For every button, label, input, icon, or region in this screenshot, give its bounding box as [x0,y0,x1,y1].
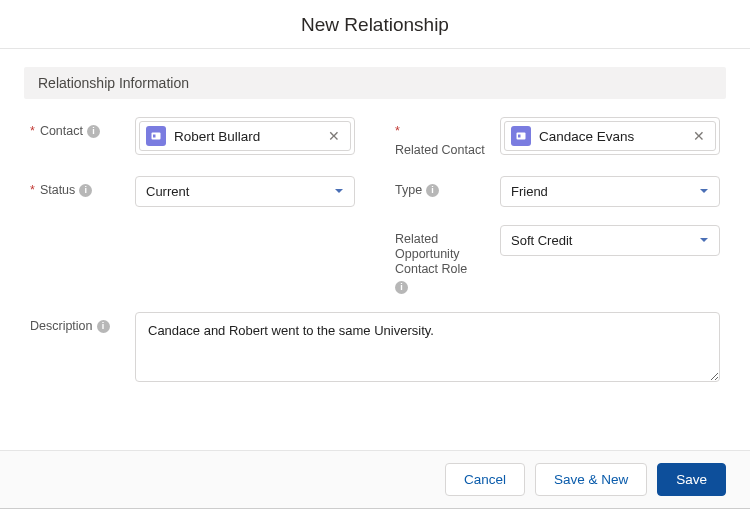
cancel-button[interactable]: Cancel [445,463,525,496]
field-status: * Status i Current [30,176,355,207]
type-label: Type [395,183,422,198]
required-marker: * [30,183,35,198]
related-opp-role-label-col: Related Opportunity Contact Role i [395,225,490,294]
contact-pill-remove[interactable]: ✕ [324,129,344,143]
field-related-opp-role: Related Opportunity Contact Role i Soft … [395,225,720,294]
new-relationship-modal: New Relationship Relationship Informatio… [0,0,750,509]
related-contact-pill: Candace Evans ✕ [504,121,716,151]
contact-label-col: * Contact i [30,117,125,139]
status-select[interactable]: Current [135,176,355,207]
required-marker: * [30,124,35,139]
contact-pill-name: Robert Bullard [174,129,316,144]
description-label: Description [30,319,93,334]
description-textarea[interactable] [135,312,720,382]
section-header: Relationship Information [24,67,726,99]
contact-lookup[interactable]: Robert Bullard ✕ [135,117,355,155]
info-icon[interactable]: i [79,184,92,197]
contact-avatar-icon [146,126,166,146]
related-contact-label-col: * Related Contact [395,117,490,158]
field-type: Type i Friend [395,176,720,207]
info-icon[interactable]: i [97,320,110,333]
form-grid: * Contact i Robert Bullard ✕ [30,117,720,385]
empty-cell [30,225,355,294]
modal-title: New Relationship [0,14,750,36]
svg-rect-0 [152,133,161,140]
type-select[interactable]: Friend [500,176,720,207]
modal-footer: Cancel Save & New Save [0,450,750,508]
modal-body: Relationship Information * Contact i [0,49,750,450]
chevron-down-icon [334,184,344,199]
related-contact-pill-remove[interactable]: ✕ [689,129,709,143]
svg-rect-3 [518,135,521,138]
related-contact-pill-name: Candace Evans [539,129,681,144]
info-icon[interactable]: i [87,125,100,138]
field-related-contact: * Related Contact Candace Evans ✕ [395,117,720,158]
status-label-col: * Status i [30,176,125,198]
type-value: Friend [511,184,548,199]
chevron-down-icon [699,184,709,199]
status-label: Status [40,183,75,198]
info-icon[interactable]: i [395,281,408,294]
save-button[interactable]: Save [657,463,726,496]
field-contact: * Contact i Robert Bullard ✕ [30,117,355,158]
related-opp-role-select[interactable]: Soft Credit [500,225,720,256]
contact-label: Contact [40,124,83,139]
contact-pill: Robert Bullard ✕ [139,121,351,151]
save-and-new-button[interactable]: Save & New [535,463,647,496]
field-description: Description i [30,312,720,385]
description-label-col: Description i [30,312,125,334]
chevron-down-icon [699,233,709,248]
svg-rect-2 [517,133,526,140]
related-opp-role-value: Soft Credit [511,233,572,248]
related-contact-label: Related Contact [395,143,485,158]
type-label-col: Type i [395,176,490,198]
related-contact-lookup[interactable]: Candace Evans ✕ [500,117,720,155]
required-marker: * [395,124,400,139]
svg-rect-1 [153,135,156,138]
status-value: Current [146,184,189,199]
related-opp-role-label: Related Opportunity Contact Role [395,232,490,277]
modal-header: New Relationship [0,0,750,49]
info-icon[interactable]: i [426,184,439,197]
contact-avatar-icon [511,126,531,146]
